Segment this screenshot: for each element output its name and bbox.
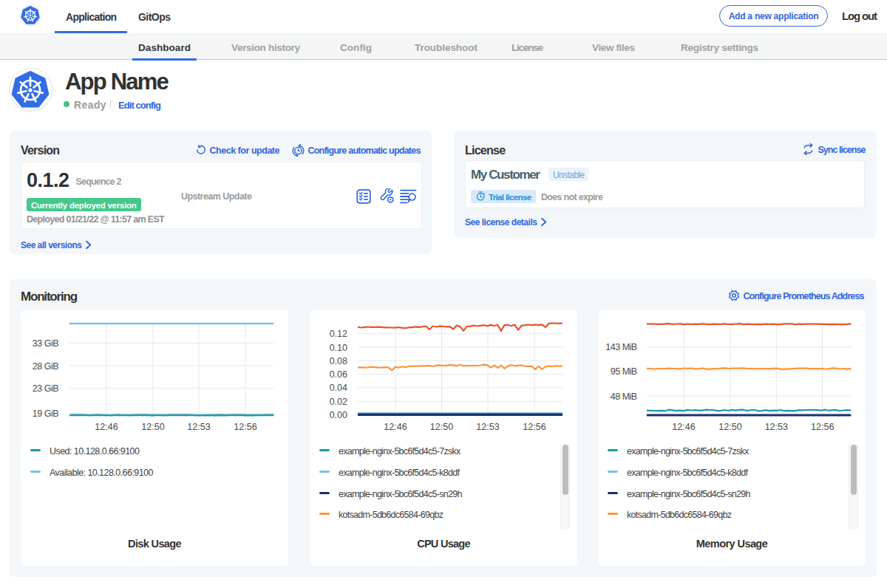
svg-text:0.00: 0.00 <box>330 410 347 420</box>
svg-text:12:50: 12:50 <box>141 422 164 432</box>
svg-text:12:56: 12:56 <box>234 422 256 432</box>
svg-text:143 MiB: 143 MiB <box>605 342 637 352</box>
svg-text:28 GiB: 28 GiB <box>33 361 58 372</box>
svg-text:33 GiB: 33 GiB <box>33 338 58 349</box>
svg-text:12:56: 12:56 <box>811 422 834 432</box>
svg-text:0.10: 0.10 <box>330 343 347 353</box>
svg-text:12:46: 12:46 <box>384 422 407 432</box>
svg-text:12:53: 12:53 <box>476 422 499 432</box>
svg-text:12:53: 12:53 <box>187 422 210 432</box>
svg-text:0.06: 0.06 <box>330 369 347 380</box>
svg-text:23 GiB: 23 GiB <box>33 383 58 394</box>
svg-text:0.08: 0.08 <box>330 356 347 366</box>
svg-text:19 GiB: 19 GiB <box>33 408 58 419</box>
svg-text:0.04: 0.04 <box>330 383 347 393</box>
svg-text:12:56: 12:56 <box>523 422 546 432</box>
svg-text:0.12: 0.12 <box>330 329 347 339</box>
svg-text:12:46: 12:46 <box>672 422 695 432</box>
svg-text:95 MiB: 95 MiB <box>611 366 637 377</box>
svg-text:12:50: 12:50 <box>718 422 741 432</box>
svg-text:0.02: 0.02 <box>330 397 347 407</box>
svg-text:12:53: 12:53 <box>765 422 788 432</box>
svg-text:12:50: 12:50 <box>430 422 453 432</box>
svg-text:48 MiB: 48 MiB <box>611 392 637 402</box>
svg-text:12:46: 12:46 <box>95 422 118 432</box>
